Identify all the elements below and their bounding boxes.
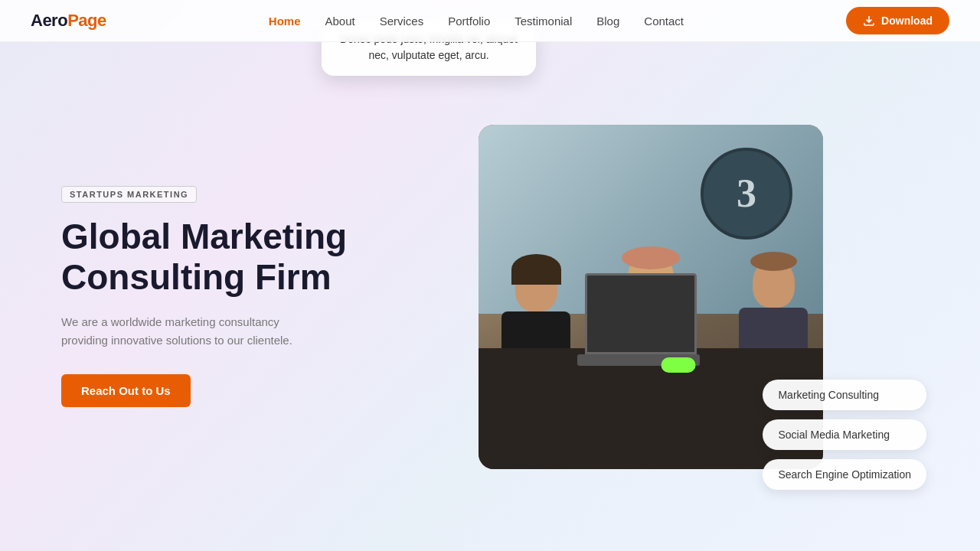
header: AeroPage Home About Services Portfolio T… — [0, 0, 980, 42]
logo-part1: Aero — [31, 11, 67, 30]
nav-portfolio[interactable]: Portfolio — [448, 15, 490, 28]
nav-contact[interactable]: Contact — [644, 15, 684, 28]
download-icon — [863, 15, 875, 27]
hero-right: Donec pede justo, fringilla vel, aliquet… — [383, 42, 919, 551]
service-pills: Marketing Consulting Social Media Market… — [763, 380, 926, 490]
person-3-head — [753, 258, 795, 308]
tag-badge: STARTUPS MARKETING — [61, 186, 197, 203]
nav-about[interactable]: About — [325, 15, 354, 28]
green-dot — [662, 357, 696, 373]
service-pill-2[interactable]: Social Media Marketing — [763, 419, 926, 450]
scene-logo-text: 3 — [737, 171, 756, 216]
person-1-head — [515, 262, 557, 311]
hero-title: Global Marketing Consulting Firm — [61, 217, 352, 298]
nav-home[interactable]: Home — [269, 15, 301, 28]
main-content: STARTUPS MARKETING Global Marketing Cons… — [0, 42, 980, 551]
logo[interactable]: AeroPage — [31, 11, 106, 31]
logo-part2: Page — [67, 11, 106, 30]
download-label: Download — [881, 15, 933, 27]
nav-services[interactable]: Services — [380, 15, 424, 28]
navigation: Home About Services Portfolio Testimonia… — [269, 15, 684, 28]
service-pill-3[interactable]: Search Engine Optimization — [763, 459, 926, 490]
download-button[interactable]: Download — [846, 7, 949, 34]
service-pill-1[interactable]: Marketing Consulting — [763, 380, 926, 410]
nav-testimonial[interactable]: Testimonial — [514, 15, 572, 28]
scene-logo: 3 — [701, 148, 792, 240]
hero-description: We are a worldwide marketing consultancy… — [61, 313, 306, 350]
nav-blog[interactable]: Blog — [596, 15, 619, 28]
reach-out-button[interactable]: Reach Out to Us — [61, 374, 191, 407]
hero-left: STARTUPS MARKETING Global Marketing Cons… — [61, 186, 383, 407]
